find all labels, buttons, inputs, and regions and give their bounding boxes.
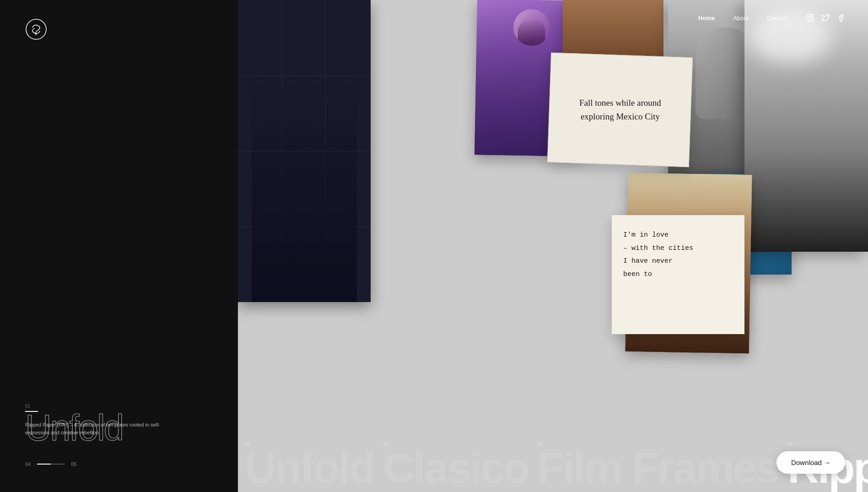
template-names-row: 01 Unfold bbox=[0, 404, 238, 446]
download-button[interactable]: Download → bbox=[776, 451, 845, 474]
dark-figure bbox=[252, 73, 357, 302]
template-title-1: Unfold bbox=[25, 410, 123, 446]
svg-point-3 bbox=[811, 16, 812, 16]
svg-point-0 bbox=[26, 19, 46, 39]
city-text-card: I'm in love – with the cities I have nev… bbox=[612, 215, 744, 334]
instagram-icon[interactable] bbox=[806, 14, 814, 22]
city-typewriter-text: I'm in love – with the cities I have nev… bbox=[623, 229, 733, 281]
main-content: Home About Contact bbox=[238, 0, 868, 492]
facebook-icon[interactable] bbox=[837, 14, 845, 22]
template-name-1: 01 Unfold bbox=[25, 404, 123, 446]
nav-links: Home About Contact bbox=[698, 15, 787, 22]
photo-dark-grid bbox=[238, 0, 371, 302]
navigation: Home About Contact bbox=[238, 0, 868, 36]
page-layout: Ripped Paper [RPI] – A collection of tem… bbox=[0, 0, 868, 492]
nav-home[interactable]: Home bbox=[698, 15, 715, 22]
page-total: 05 bbox=[71, 461, 76, 467]
svg-rect-1 bbox=[807, 15, 814, 22]
page-current: 04 bbox=[25, 461, 31, 467]
note-card-text: Fall tones while around exploring Mexico… bbox=[572, 89, 668, 131]
sidebar: Ripped Paper [RPI] – A collection of tem… bbox=[0, 0, 238, 492]
photo-man-clouds bbox=[744, 0, 868, 252]
page-bar-fill bbox=[37, 464, 51, 465]
twitter-icon[interactable] bbox=[821, 14, 830, 22]
download-label: Download → bbox=[791, 459, 830, 466]
page-bar bbox=[37, 464, 65, 465]
nav-contact[interactable]: Contact bbox=[767, 15, 787, 22]
note-card: Fall tones while around exploring Mexico… bbox=[547, 53, 693, 168]
logo[interactable] bbox=[25, 18, 47, 40]
nav-social bbox=[806, 14, 845, 22]
pagination: 04 05 bbox=[25, 461, 77, 467]
svg-point-2 bbox=[808, 16, 812, 20]
nav-about[interactable]: About bbox=[733, 15, 749, 22]
